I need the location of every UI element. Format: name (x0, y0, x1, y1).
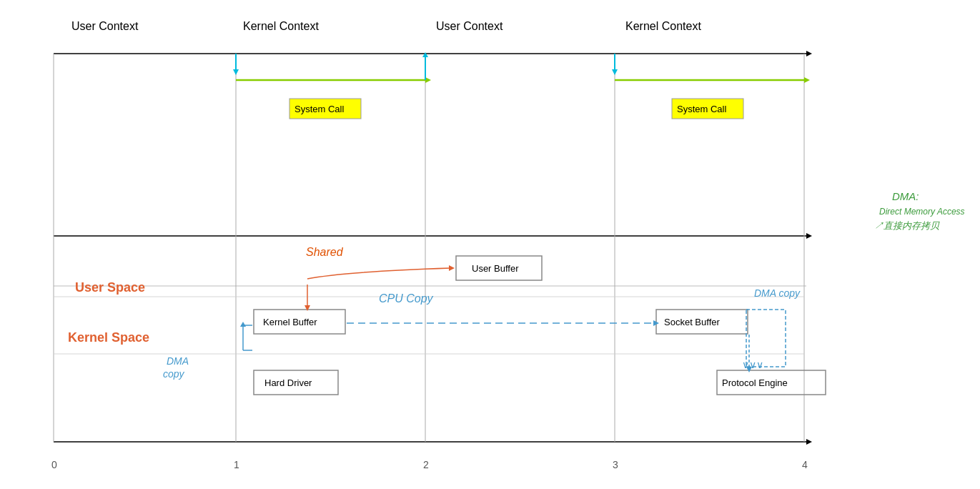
dma-annotation-chinese: ↗直接内存拷贝 (874, 220, 940, 231)
socket-buffer-label: Socket Buffer (664, 317, 720, 327)
protocol-engine-label: Protocol Engine (722, 377, 788, 388)
svg-marker-20 (612, 69, 618, 75)
svg-text:∨∨∨: ∨∨∨ (742, 359, 763, 370)
dma-copy-left-label2: copy (163, 368, 185, 380)
axis-2: 2 (423, 459, 429, 470)
axis-4: 4 (802, 459, 808, 470)
user-context-2-label: User Context (436, 20, 503, 32)
dma-annotation-title: DMA: (892, 190, 919, 202)
svg-marker-18 (422, 52, 428, 57)
system-call-2-label: System Call (677, 104, 726, 114)
svg-marker-3 (806, 233, 812, 239)
svg-rect-39 (746, 310, 786, 367)
axis-3: 3 (613, 459, 618, 470)
shared-label: Shared (306, 246, 344, 258)
user-space-label: User Space (75, 280, 145, 295)
kernel-buffer-label: Kernel Buffer (263, 317, 317, 327)
kernel-context-1-label: Kernel Context (243, 20, 319, 32)
svg-marker-12 (425, 77, 431, 83)
svg-marker-16 (233, 69, 239, 75)
dma-annotation-english: Direct Memory Access (879, 207, 965, 217)
svg-marker-33 (305, 305, 310, 311)
user-buffer-label: User Buffer (472, 263, 519, 274)
svg-marker-14 (804, 77, 810, 83)
diagram-svg: System Call System Call User Buffer Kern… (0, 0, 980, 489)
kernel-space-label: Kernel Space (68, 330, 149, 345)
hard-driver-label: Hard Driver (264, 377, 312, 388)
svg-marker-5 (806, 439, 812, 445)
axis-0: 0 (51, 459, 57, 470)
svg-marker-41 (240, 322, 246, 327)
svg-marker-31 (449, 265, 455, 271)
dma-copy-right-label: DMA copy (754, 287, 801, 299)
cpu-copy-label: CPU Copy (379, 292, 434, 305)
user-context-1-label: User Context (71, 20, 139, 32)
svg-marker-1 (806, 51, 812, 56)
system-call-1-label: System Call (295, 104, 344, 114)
axis-1: 1 (234, 459, 239, 470)
kernel-context-2-label: Kernel Context (625, 20, 701, 32)
dma-copy-left-label: DMA (167, 355, 189, 367)
